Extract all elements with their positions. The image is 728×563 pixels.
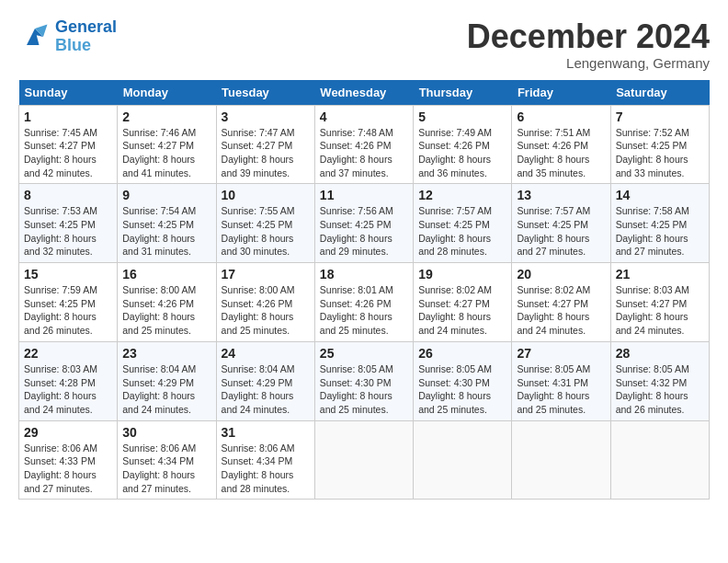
day-number: 8: [24, 188, 112, 202]
day-info: Sunrise: 8:06 AMSunset: 4:33 PMDaylight:…: [24, 442, 112, 496]
day-info: Sunrise: 8:03 AMSunset: 4:27 PMDaylight:…: [616, 283, 704, 338]
weekday-header-sunday: Sunday: [19, 80, 118, 106]
calendar-day-cell: 15 Sunrise: 7:59 AMSunset: 4:25 PMDaylig…: [19, 263, 118, 342]
month-title: December 2024: [467, 18, 710, 55]
calendar-day-cell: 1 Sunrise: 7:45 AMSunset: 4:27 PMDayligh…: [19, 105, 118, 184]
calendar-day-cell: 7 Sunrise: 7:52 AMSunset: 4:25 PMDayligh…: [610, 105, 709, 184]
calendar-day-cell: 10 Sunrise: 7:55 AMSunset: 4:25 PMDaylig…: [216, 184, 314, 263]
calendar-day-cell: 4 Sunrise: 7:48 AMSunset: 4:26 PMDayligh…: [314, 105, 413, 184]
day-number: 14: [616, 188, 704, 202]
day-info: Sunrise: 8:01 AMSunset: 4:26 PMDaylight:…: [320, 283, 408, 338]
calendar-day-cell: 3 Sunrise: 7:47 AMSunset: 4:27 PMDayligh…: [216, 105, 314, 184]
calendar-day-cell: 28 Sunrise: 8:05 AMSunset: 4:32 PMDaylig…: [610, 341, 709, 420]
calendar-day-cell: 23 Sunrise: 8:04 AMSunset: 4:29 PMDaylig…: [118, 341, 216, 420]
day-info: Sunrise: 8:06 AMSunset: 4:34 PMDaylight:…: [222, 442, 310, 496]
day-info: Sunrise: 7:46 AMSunset: 4:27 PMDaylight:…: [122, 126, 210, 180]
day-number: 23: [122, 346, 210, 361]
day-number: 30: [122, 425, 210, 440]
day-number: 21: [616, 267, 704, 282]
day-info: Sunrise: 7:53 AMSunset: 4:25 PMDaylight:…: [24, 204, 112, 259]
calendar-day-cell: 18 Sunrise: 8:01 AMSunset: 4:26 PMDaylig…: [314, 263, 413, 342]
day-number: 3: [222, 109, 310, 124]
day-number: 11: [320, 188, 408, 202]
day-number: 2: [122, 109, 210, 124]
calendar-week-row: 29 Sunrise: 8:06 AMSunset: 4:33 PMDaylig…: [19, 420, 710, 500]
calendar-day-cell: 20 Sunrise: 8:02 AMSunset: 4:27 PMDaylig…: [512, 263, 610, 342]
day-number: 17: [222, 267, 310, 282]
day-info: Sunrise: 8:00 AMSunset: 4:26 PMDaylight:…: [222, 283, 310, 338]
logo-text: General Blue: [55, 18, 117, 55]
calendar-day-cell: 17 Sunrise: 8:00 AMSunset: 4:26 PMDaylig…: [216, 263, 314, 342]
day-number: 5: [418, 109, 506, 124]
calendar-week-row: 15 Sunrise: 7:59 AMSunset: 4:25 PMDaylig…: [19, 263, 710, 342]
day-number: 27: [517, 346, 605, 361]
day-info: Sunrise: 8:04 AMSunset: 4:29 PMDaylight:…: [222, 362, 310, 417]
day-number: 26: [418, 346, 506, 361]
day-number: 24: [222, 346, 310, 361]
day-number: 9: [122, 188, 210, 202]
weekday-header-saturday: Saturday: [610, 80, 709, 106]
day-info: Sunrise: 7:56 AMSunset: 4:25 PMDaylight:…: [320, 204, 408, 259]
day-info: Sunrise: 7:52 AMSunset: 4:25 PMDaylight:…: [616, 126, 704, 180]
calendar-day-cell: 26 Sunrise: 8:05 AMSunset: 4:30 PMDaylig…: [414, 341, 512, 420]
calendar-day-cell: 31 Sunrise: 8:06 AMSunset: 4:34 PMDaylig…: [216, 420, 314, 500]
day-info: Sunrise: 8:05 AMSunset: 4:31 PMDaylight:…: [517, 362, 605, 417]
calendar-day-cell: [512, 420, 610, 500]
day-number: 18: [320, 267, 408, 282]
calendar-day-cell: 5 Sunrise: 7:49 AMSunset: 4:26 PMDayligh…: [414, 105, 512, 184]
day-number: 15: [24, 267, 112, 282]
weekday-header-monday: Monday: [118, 80, 216, 106]
calendar-day-cell: 27 Sunrise: 8:05 AMSunset: 4:31 PMDaylig…: [512, 341, 610, 420]
day-info: Sunrise: 7:57 AMSunset: 4:25 PMDaylight:…: [418, 204, 506, 259]
weekday-header-wednesday: Wednesday: [314, 80, 413, 106]
day-info: Sunrise: 8:05 AMSunset: 4:30 PMDaylight:…: [418, 362, 506, 417]
calendar-day-cell: 16 Sunrise: 8:00 AMSunset: 4:26 PMDaylig…: [118, 263, 216, 342]
day-info: Sunrise: 7:59 AMSunset: 4:25 PMDaylight:…: [24, 283, 112, 338]
day-info: Sunrise: 7:49 AMSunset: 4:26 PMDaylight:…: [418, 126, 506, 180]
calendar-day-cell: 25 Sunrise: 8:05 AMSunset: 4:30 PMDaylig…: [314, 341, 413, 420]
day-number: 19: [418, 267, 506, 282]
day-number: 29: [24, 425, 112, 440]
weekday-header-thursday: Thursday: [414, 80, 512, 106]
day-number: 6: [517, 109, 605, 124]
weekday-header-tuesday: Tuesday: [216, 80, 314, 106]
calendar-week-row: 1 Sunrise: 7:45 AMSunset: 4:27 PMDayligh…: [19, 105, 710, 184]
day-number: 16: [122, 267, 210, 282]
day-number: 1: [24, 109, 112, 124]
calendar-day-cell: 2 Sunrise: 7:46 AMSunset: 4:27 PMDayligh…: [118, 105, 216, 184]
calendar-day-cell: 9 Sunrise: 7:54 AMSunset: 4:25 PMDayligh…: [118, 184, 216, 263]
calendar-day-cell: 14 Sunrise: 7:58 AMSunset: 4:25 PMDaylig…: [610, 184, 709, 263]
day-number: 7: [616, 109, 704, 124]
day-info: Sunrise: 7:48 AMSunset: 4:26 PMDaylight:…: [320, 126, 408, 180]
logo-icon: [18, 20, 51, 53]
page-header: General Blue December 2024 Lengenwang, G…: [18, 18, 710, 71]
calendar-day-cell: 22 Sunrise: 8:03 AMSunset: 4:28 PMDaylig…: [19, 341, 118, 420]
day-info: Sunrise: 8:03 AMSunset: 4:28 PMDaylight:…: [24, 362, 112, 417]
logo: General Blue: [18, 18, 117, 55]
day-number: 28: [616, 346, 704, 361]
weekday-header-friday: Friday: [512, 80, 610, 106]
day-number: 22: [24, 346, 112, 361]
day-number: 13: [517, 188, 605, 202]
day-info: Sunrise: 7:54 AMSunset: 4:25 PMDaylight:…: [122, 204, 210, 259]
day-info: Sunrise: 7:58 AMSunset: 4:25 PMDaylight:…: [616, 204, 704, 259]
day-info: Sunrise: 8:05 AMSunset: 4:32 PMDaylight:…: [616, 362, 704, 417]
calendar-week-row: 8 Sunrise: 7:53 AMSunset: 4:25 PMDayligh…: [19, 184, 710, 263]
calendar-day-cell: 24 Sunrise: 8:04 AMSunset: 4:29 PMDaylig…: [216, 341, 314, 420]
day-info: Sunrise: 7:51 AMSunset: 4:26 PMDaylight:…: [517, 126, 605, 180]
day-info: Sunrise: 7:55 AMSunset: 4:25 PMDaylight:…: [222, 204, 310, 259]
day-info: Sunrise: 8:02 AMSunset: 4:27 PMDaylight:…: [418, 283, 506, 338]
calendar-week-row: 22 Sunrise: 8:03 AMSunset: 4:28 PMDaylig…: [19, 341, 710, 420]
day-info: Sunrise: 8:00 AMSunset: 4:26 PMDaylight:…: [122, 283, 210, 338]
calendar-day-cell: 29 Sunrise: 8:06 AMSunset: 4:33 PMDaylig…: [19, 420, 118, 500]
day-info: Sunrise: 8:02 AMSunset: 4:27 PMDaylight:…: [517, 283, 605, 338]
calendar-day-cell: 6 Sunrise: 7:51 AMSunset: 4:26 PMDayligh…: [512, 105, 610, 184]
title-block: December 2024 Lengenwang, Germany: [467, 18, 710, 71]
day-number: 12: [418, 188, 506, 202]
day-number: 4: [320, 109, 408, 124]
day-number: 31: [222, 425, 310, 440]
day-number: 25: [320, 346, 408, 361]
weekday-header-row: SundayMondayTuesdayWednesdayThursdayFrid…: [19, 80, 710, 106]
calendar-day-cell: 19 Sunrise: 8:02 AMSunset: 4:27 PMDaylig…: [414, 263, 512, 342]
day-info: Sunrise: 7:45 AMSunset: 4:27 PMDaylight:…: [24, 126, 112, 180]
